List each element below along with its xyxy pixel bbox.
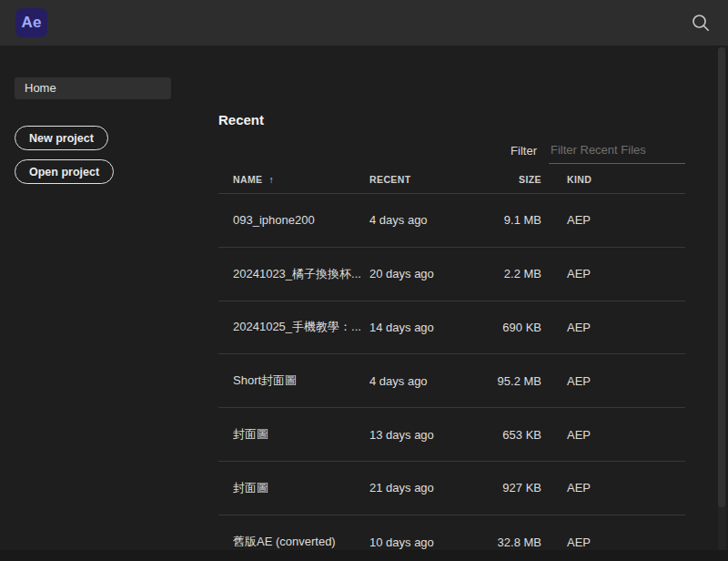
file-kind: AEP: [541, 536, 685, 549]
filter-label: Filter: [511, 144, 537, 164]
table-row[interactable]: Short封面圖 4 days ago 95.2 MB AEP: [218, 354, 685, 408]
sort-ascending-icon: ↑: [269, 174, 275, 185]
file-size: 927 KB: [497, 481, 541, 495]
file-recent: 14 days ago: [369, 321, 497, 334]
file-recent: 10 days ago: [369, 536, 497, 549]
file-size: 9.1 MB: [497, 213, 541, 227]
table-header-row: NAME↑ RECENT SIZE KIND: [218, 174, 685, 194]
top-bar: Ae: [0, 0, 728, 46]
file-kind: AEP: [541, 267, 685, 280]
new-project-button[interactable]: New project: [15, 126, 108, 150]
file-kind: AEP: [541, 321, 685, 334]
page-title: Recent: [218, 112, 264, 128]
window-bottom-edge: [0, 550, 728, 561]
file-recent: 4 days ago: [369, 213, 497, 227]
column-header-name[interactable]: NAME↑: [233, 174, 369, 185]
column-header-recent[interactable]: RECENT: [369, 174, 497, 185]
filter-row: Filter: [218, 141, 685, 164]
file-kind: AEP: [541, 213, 685, 227]
scrollbar-thumb[interactable]: [718, 47, 725, 507]
table-row[interactable]: 封面圖 21 days ago 927 KB AEP: [218, 462, 685, 515]
file-recent: 4 days ago: [369, 374, 497, 388]
file-name: Short封面圖: [233, 372, 369, 389]
file-recent: 13 days ago: [369, 428, 497, 442]
table-row[interactable]: 20241025_手機教學：... 14 days ago 690 KB AEP: [218, 301, 685, 355]
file-kind: AEP: [541, 428, 685, 442]
table-body: 093_iphone200 4 days ago 9.1 MB AEP 2024…: [218, 194, 685, 561]
file-kind: AEP: [541, 481, 685, 495]
file-name: 20241023_橘子換換杯...: [233, 266, 369, 282]
column-header-size[interactable]: SIZE: [497, 174, 541, 185]
file-size: 2.2 MB: [497, 267, 541, 280]
filter-input[interactable]: [549, 141, 685, 164]
file-size: 653 KB: [497, 428, 541, 442]
table-row[interactable]: 封面圖 13 days ago 653 KB AEP: [218, 408, 685, 462]
file-size: 95.2 MB: [497, 374, 541, 388]
table-row[interactable]: 093_iphone200 4 days ago 9.1 MB AEP: [218, 194, 685, 248]
search-icon: [691, 13, 711, 33]
file-name: 舊版AE (converted): [233, 534, 369, 550]
file-name: 20241025_手機教學：...: [233, 319, 369, 335]
table-row[interactable]: 20241023_橘子換換杯... 20 days ago 2.2 MB AEP: [218, 248, 685, 301]
file-name: 封面圖: [233, 426, 369, 443]
file-recent: 21 days ago: [369, 481, 497, 495]
file-size: 690 KB: [497, 321, 541, 334]
after-effects-logo: Ae: [15, 8, 47, 37]
file-size: 32.8 MB: [497, 536, 541, 549]
file-kind: AEP: [541, 374, 685, 388]
file-name: 封面圖: [233, 480, 369, 496]
file-recent: 20 days ago: [369, 267, 497, 280]
open-project-button[interactable]: Open project: [15, 159, 114, 184]
search-button[interactable]: [688, 10, 713, 36]
column-header-kind[interactable]: KIND: [541, 174, 685, 185]
file-name: 093_iphone200: [233, 213, 369, 227]
recent-files-table: NAME↑ RECENT SIZE KIND 093_iphone200 4 d…: [218, 174, 685, 561]
sidebar-item-home[interactable]: Home: [15, 77, 171, 99]
